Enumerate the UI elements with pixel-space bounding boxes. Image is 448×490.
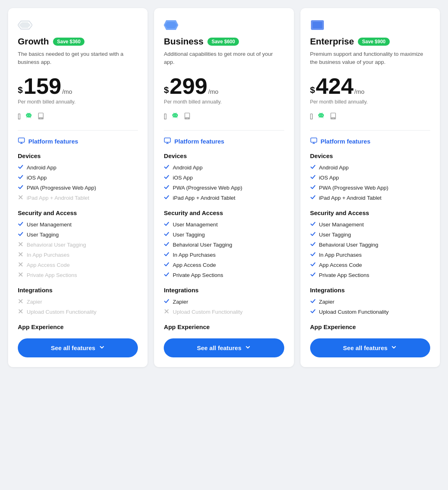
- feature-item: Android App: [164, 164, 284, 171]
- check-icon: [18, 174, 23, 181]
- android-icon: [317, 112, 325, 122]
- x-icon: [18, 262, 23, 268]
- price-per-month: /mo: [62, 88, 72, 95]
- x-icon: [18, 308, 23, 315]
- feature-item: Upload Custom Functionality: [164, 308, 284, 315]
- check-icon: [310, 308, 316, 315]
- section-devices: DevicesAndroid AppiOS AppPWA (Progressiv…: [164, 152, 284, 201]
- feature-item: iPad App + Android Tablet: [310, 194, 430, 201]
- feature-label: User Tagging: [319, 232, 351, 238]
- see-all-features-button[interactable]: See all features: [18, 338, 138, 357]
- feature-label: Private App Sections: [173, 272, 223, 278]
- price-amount: 299: [170, 75, 207, 97]
- platform-features-row[interactable]: Platform features: [310, 137, 430, 146]
- feature-label: iPad App + Android Tablet: [27, 195, 89, 201]
- save-badge: Save $600: [207, 38, 239, 46]
- feature-label: App Access Code: [173, 262, 216, 268]
- section-title: Security and Access: [164, 209, 284, 216]
- check-icon: [164, 298, 169, 305]
- price-billing: Per month billed annually.: [164, 99, 284, 105]
- price-amount: 159: [23, 75, 61, 97]
- price-per-month: /mo: [354, 88, 364, 95]
- platform-features-row[interactable]: Platform features: [18, 137, 138, 146]
- see-all-label: See all features: [51, 344, 95, 351]
- platform-features-row[interactable]: Platform features: [164, 137, 284, 146]
- section-devices: DevicesAndroid AppiOS AppPWA (Progressiv…: [18, 152, 138, 201]
- feature-item: Behavioral User Tagging: [18, 241, 138, 248]
- check-icon: [310, 231, 316, 238]
- feature-item: iPad App + Android Tablet: [18, 194, 138, 201]
- feature-label: Zapier: [319, 299, 334, 305]
- price-per-month: /mo: [208, 88, 218, 95]
- feature-item: iOS App: [164, 174, 284, 181]
- feature-item: PWA (Progressive Web App): [18, 184, 138, 191]
- feature-label: iOS App: [173, 175, 193, 181]
- plan-header: GrowthSave $360: [18, 36, 138, 47]
- feature-label: iOS App: [27, 175, 47, 181]
- check-icon: [18, 184, 23, 191]
- plan-header: BusinessSave $600: [164, 36, 284, 47]
- chevron-down-icon: [391, 344, 397, 352]
- feature-label: iOS App: [319, 175, 339, 181]
- section-title: Devices: [164, 152, 284, 159]
- plan-name: Growth: [18, 36, 49, 47]
- plan-description: Additional capabilities to get more out …: [164, 50, 284, 67]
- feature-label: Zapier: [27, 299, 42, 305]
- section-title: Devices: [310, 152, 430, 159]
- svg-marker-6: [165, 22, 177, 28]
- check-icon: [164, 272, 169, 279]
- section-integrations: IntegrationsZapierUpload Custom Function…: [164, 287, 284, 315]
- svg-rect-7: [165, 138, 171, 142]
- check-icon: [164, 231, 169, 238]
- feature-item: User Tagging: [164, 231, 284, 238]
- android-icon: [171, 112, 179, 122]
- see-all-features-button[interactable]: See all features: [164, 338, 284, 357]
- price-row: $424/mo: [310, 75, 430, 97]
- price-amount: 424: [316, 75, 353, 97]
- see-all-label: See all features: [343, 344, 387, 351]
- feature-item: User Management: [310, 221, 430, 228]
- x-icon: [18, 272, 23, 279]
- feature-item: iOS App: [310, 174, 430, 181]
- check-icon: [310, 272, 316, 279]
- feature-label: In App Purchases: [27, 252, 70, 258]
- section-app-experience: App Experience: [164, 323, 284, 330]
- feature-item: App Access Code: [164, 262, 284, 268]
- feature-label: PWA (Progressive Web App): [173, 185, 242, 191]
- check-icon: [310, 221, 316, 228]
- feature-label: PWA (Progressive Web App): [319, 185, 389, 191]
- feature-item: In App Purchases: [164, 251, 284, 258]
- feature-label: Behavioral User Tagging: [173, 242, 232, 248]
- tablet-icon: [329, 112, 337, 122]
- monitor-icon: [164, 137, 171, 146]
- svg-marker-1: [19, 22, 31, 28]
- price-dollar-sign: $: [310, 83, 315, 97]
- see-all-features-button[interactable]: See all features: [310, 338, 430, 357]
- plan-description: Premium support and functionality to max…: [310, 50, 430, 67]
- plan-name: Enterprise: [310, 36, 354, 47]
- chevron-down-icon: [245, 344, 251, 352]
- feature-item: Private App Sections: [310, 272, 430, 279]
- section-title: App Experience: [310, 323, 430, 330]
- section-app-experience: App Experience: [18, 323, 138, 330]
- price-dollar-sign: $: [18, 83, 23, 97]
- feature-label: Android App: [27, 165, 57, 171]
- chevron-down-icon: [99, 344, 105, 352]
- feature-label: Private App Sections: [27, 272, 77, 278]
- plan-card-growth: GrowthSave $360The basics needed to get …: [8, 8, 148, 367]
- section-title: Security and Access: [310, 209, 430, 216]
- svg-rect-2: [19, 138, 25, 142]
- check-icon: [18, 221, 23, 228]
- feature-item: In App Purchases: [310, 251, 430, 258]
- plan-name: Business: [164, 36, 203, 47]
- x-icon: [18, 251, 23, 258]
- x-icon: [18, 194, 23, 201]
- x-icon: [18, 241, 23, 248]
- feature-label: User Management: [319, 222, 364, 228]
- save-badge: Save $900: [358, 38, 389, 46]
- save-badge: Save $360: [53, 38, 85, 46]
- apple-icon: : [310, 112, 313, 122]
- feature-label: Behavioral User Tagging: [319, 242, 378, 248]
- feature-label: Android App: [173, 165, 203, 171]
- divider: [18, 130, 138, 131]
